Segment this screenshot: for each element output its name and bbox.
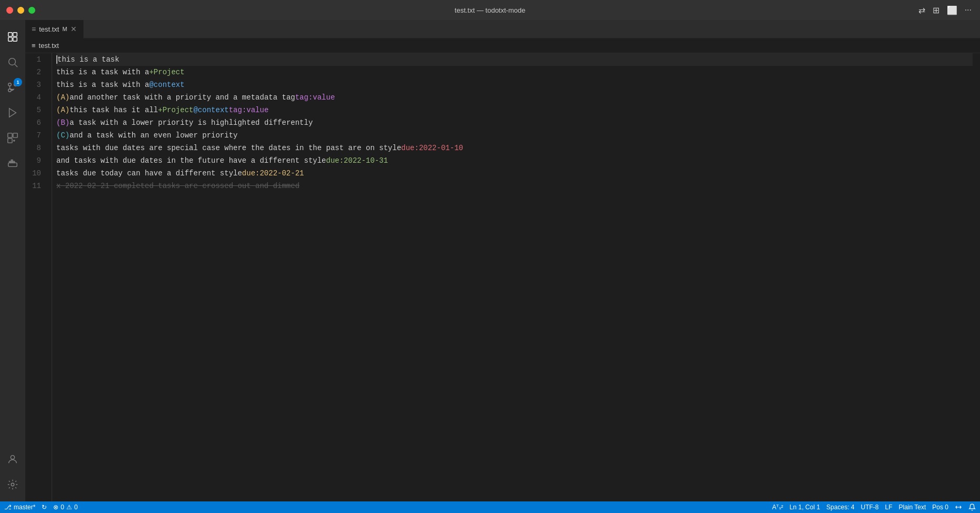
editor-content[interactable]: 1 2 3 4 5 6 7 8 9 10 11 this is a task: [25, 53, 980, 501]
titlebar: test.txt — todotxt-mode ⇄ ⊞ ⬜ ···: [0, 0, 980, 20]
line-number-9: 9: [25, 154, 45, 167]
more-actions-icon[interactable]: ···: [965, 5, 972, 15]
breadcrumb-icon: ≡: [32, 42, 36, 50]
window-title: test.txt — todotxt-mode: [455, 6, 525, 14]
pos-text: Pos 0: [932, 504, 948, 511]
line-numbers: 1 2 3 4 5 6 7 8 9 10 11: [25, 53, 52, 501]
svg-marker-9: [9, 108, 16, 117]
activity-item-explorer[interactable]: [0, 24, 25, 50]
activity-item-search[interactable]: [0, 50, 25, 75]
svg-rect-18: [11, 160, 13, 162]
editor-line: tasks with due dates are special case wh…: [56, 142, 973, 154]
line-number-4: 4: [25, 91, 45, 104]
svg-rect-12: [13, 133, 17, 137]
svg-point-19: [11, 456, 14, 459]
status-remote[interactable]: [955, 504, 962, 511]
svg-rect-14: [8, 163, 17, 166]
tab-modified-indicator: M: [62, 26, 67, 32]
status-bar: ⎇ master* ↻ ⊗ 0 ⚠ 0 Aᵀₛ² Ln 1, Col 1 Spa…: [0, 501, 980, 513]
editor-lines[interactable]: this is a task this is a task with a +Pr…: [52, 53, 973, 501]
error-count: 0: [61, 504, 64, 511]
source-control-icon[interactable]: ⇄: [918, 5, 925, 15]
language-text: Plain Text: [899, 504, 926, 511]
grid-icon[interactable]: ⊞: [933, 5, 939, 15]
activity-item-docker[interactable]: [0, 151, 25, 176]
remote-icon: [955, 504, 962, 511]
tab-bar: ≡ test.txt M ✕: [25, 20, 980, 38]
titlebar-right-controls: ⇄ ⊞ ⬜ ···: [918, 5, 972, 15]
error-icon: ⊗: [53, 504, 58, 511]
status-auto-save[interactable]: Aᵀₛ²: [772, 504, 783, 511]
line-number-1: 1: [25, 53, 45, 66]
main-layout: 1: [0, 20, 980, 501]
editor-line: this is a task: [56, 53, 973, 66]
source-control-badge: 1: [14, 78, 22, 86]
svg-point-6: [8, 83, 12, 86]
svg-rect-1: [13, 33, 17, 36]
editor-tab[interactable]: ≡ test.txt M ✕: [25, 20, 84, 38]
traffic-lights: [6, 7, 35, 14]
status-branch[interactable]: ⎇ master*: [4, 504, 35, 511]
line-col-text: Ln 1, Col 1: [789, 504, 820, 511]
line-number-5: 5: [25, 104, 45, 116]
warning-count: 0: [74, 504, 78, 511]
status-language[interactable]: Plain Text: [899, 504, 926, 511]
bell-icon: [968, 504, 976, 511]
editor-line: and tasks with due dates in the future h…: [56, 154, 973, 167]
status-encoding[interactable]: UTF-8: [861, 504, 878, 511]
warning-icon: ⚠: [66, 504, 72, 511]
editor-line: x 2022-02-21 completed tasks are crossed…: [56, 180, 973, 192]
status-notifications[interactable]: [968, 504, 976, 511]
breadcrumb: ≡ test.txt: [25, 38, 980, 53]
status-errors[interactable]: ⊗ 0 ⚠ 0: [53, 504, 77, 511]
activity-item-extensions[interactable]: [0, 125, 25, 151]
status-line-ending[interactable]: LF: [885, 504, 892, 511]
encoding-text: UTF-8: [861, 504, 878, 511]
tab-close-button[interactable]: ✕: [71, 25, 77, 33]
editor-area: ≡ test.txt M ✕ ≡ test.txt 1 2 3 4 5 6 7 …: [25, 20, 980, 501]
line-number-11: 11: [25, 180, 45, 192]
status-line-col[interactable]: Ln 1, Col 1: [789, 504, 820, 511]
editor-line: (C) and a task with an even lower priori…: [56, 129, 973, 142]
status-sync[interactable]: ↻: [42, 504, 47, 511]
activity-item-settings[interactable]: [0, 472, 25, 497]
split-editor-icon[interactable]: ⬜: [947, 5, 957, 15]
svg-rect-0: [8, 33, 12, 36]
close-button[interactable]: [6, 7, 13, 14]
activity-item-account[interactable]: [0, 447, 25, 472]
line-number-2: 2: [25, 66, 45, 78]
editor-line: this is a task with a +Project: [56, 66, 973, 78]
editor-line: (A) this task has it all +Project @conte…: [56, 104, 973, 116]
activity-bottom: [0, 447, 25, 501]
status-bar-right: Aᵀₛ² Ln 1, Col 1 Spaces: 4 UTF-8 LF Plai…: [772, 504, 976, 511]
svg-rect-3: [13, 37, 17, 41]
sync-icon: ↻: [42, 504, 47, 511]
svg-rect-13: [8, 139, 12, 143]
maximize-button[interactable]: [28, 7, 35, 14]
svg-rect-11: [8, 133, 12, 137]
tab-file-icon: ≡: [32, 25, 36, 33]
line-number-10: 10: [25, 167, 45, 180]
activity-bar: 1: [0, 20, 25, 501]
branch-name: master*: [14, 504, 35, 511]
auto-save-indicator: Aᵀₛ²: [772, 504, 783, 511]
svg-rect-17: [13, 161, 15, 163]
status-spaces[interactable]: Spaces: 4: [826, 504, 854, 511]
svg-rect-15: [9, 161, 11, 163]
svg-rect-2: [8, 37, 12, 41]
activity-item-run[interactable]: [0, 100, 25, 125]
svg-line-5: [15, 64, 17, 67]
branch-icon: ⎇: [4, 504, 12, 511]
svg-point-20: [11, 483, 14, 486]
spaces-text: Spaces: 4: [826, 504, 854, 511]
editor-scrollbar[interactable]: [973, 53, 980, 501]
line-number-8: 8: [25, 142, 45, 154]
editor-line: this is a task with a @context: [56, 78, 973, 91]
status-pos[interactable]: Pos 0: [932, 504, 948, 511]
tab-filename: test.txt: [39, 25, 59, 33]
line-number-3: 3: [25, 78, 45, 91]
breadcrumb-filename: test.txt: [39, 42, 59, 50]
svg-point-4: [9, 58, 16, 65]
minimize-button[interactable]: [17, 7, 24, 14]
activity-item-source-control[interactable]: 1: [0, 75, 25, 100]
